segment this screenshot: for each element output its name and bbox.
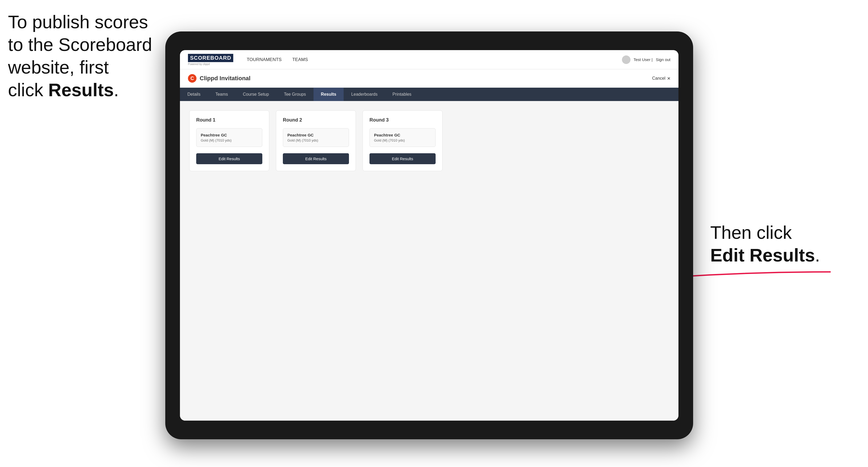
scoreboard-logo: SCOREBOARD Powered by clippd <box>188 54 233 66</box>
edit-results-button-round-1[interactable]: Edit Results <box>196 153 262 164</box>
instruction-right-text: Then clickEdit Results. <box>710 222 820 265</box>
tab-navigation: Details Teams Course Setup Tee Groups Re… <box>180 88 678 101</box>
nav-links: TOURNAMENTS TEAMS <box>247 57 622 62</box>
tab-course-setup[interactable]: Course Setup <box>236 88 276 101</box>
tournament-header: C Clippd Invitational Cancel ✕ <box>180 69 678 88</box>
tournament-icon: C <box>188 74 196 83</box>
logo-box: SCOREBOARD <box>188 54 233 62</box>
nav-tournaments[interactable]: TOURNAMENTS <box>247 57 281 62</box>
round-1-course-detail: Gold (M) (7010 yds) <box>201 138 258 142</box>
round-2-card: Round 2 Peachtree GC Gold (M) (7010 yds)… <box>276 111 356 171</box>
instruction-left-text: To publish scoresto the Scoreboardwebsit… <box>8 12 152 100</box>
sign-out-link[interactable]: Sign out <box>656 57 671 62</box>
round-2-title: Round 2 <box>283 117 349 123</box>
round-1-title: Round 1 <box>196 117 262 123</box>
tab-details[interactable]: Details <box>180 88 208 101</box>
tournament-name: Clippd Invitational <box>200 75 251 82</box>
tab-teams[interactable]: Teams <box>208 88 236 101</box>
instruction-right: Then clickEdit Results. <box>710 221 820 267</box>
tab-leaderboards[interactable]: Leaderboards <box>344 88 385 101</box>
round-2-course-card: Peachtree GC Gold (M) (7010 yds) <box>283 128 349 147</box>
tab-tee-groups[interactable]: Tee Groups <box>276 88 313 101</box>
tablet-frame: SCOREBOARD Powered by clippd TOURNAMENTS… <box>165 31 693 439</box>
tournament-title: C Clippd Invitational <box>188 74 251 83</box>
round-2-course-name: Peachtree GC <box>287 133 344 137</box>
round-1-card: Round 1 Peachtree GC Gold (M) (7010 yds)… <box>189 111 269 171</box>
round-1-course-name: Peachtree GC <box>201 133 258 137</box>
edit-results-button-round-3[interactable]: Edit Results <box>370 153 436 164</box>
round-3-card: Round 3 Peachtree GC Gold (M) (7010 yds)… <box>363 111 442 171</box>
round-3-course-card: Peachtree GC Gold (M) (7010 yds) <box>370 128 436 147</box>
logo-tagline: Powered by clippd <box>188 63 233 66</box>
tab-results[interactable]: Results <box>313 88 344 101</box>
instruction-left: To publish scoresto the Scoreboardwebsit… <box>8 11 152 101</box>
content-area: Round 1 Peachtree GC Gold (M) (7010 yds)… <box>180 101 678 421</box>
round-3-title: Round 3 <box>370 117 436 123</box>
top-nav: SCOREBOARD Powered by clippd TOURNAMENTS… <box>180 50 678 69</box>
round-3-course-name: Peachtree GC <box>374 133 431 137</box>
user-avatar <box>622 56 630 64</box>
rounds-grid: Round 1 Peachtree GC Gold (M) (7010 yds)… <box>189 111 669 171</box>
close-icon: ✕ <box>667 76 671 81</box>
user-name: Test User | <box>634 57 653 62</box>
cancel-button[interactable]: Cancel ✕ <box>652 76 671 81</box>
edit-results-button-round-2[interactable]: Edit Results <box>283 153 349 164</box>
nav-right: Test User | Sign out <box>622 56 671 64</box>
tab-printables[interactable]: Printables <box>385 88 419 101</box>
round-2-course-detail: Gold (M) (7010 yds) <box>287 138 344 142</box>
round-1-course-card: Peachtree GC Gold (M) (7010 yds) <box>196 128 262 147</box>
nav-teams[interactable]: TEAMS <box>292 57 308 62</box>
tablet-screen: SCOREBOARD Powered by clippd TOURNAMENTS… <box>180 50 678 421</box>
round-3-course-detail: Gold (M) (7010 yds) <box>374 138 431 142</box>
